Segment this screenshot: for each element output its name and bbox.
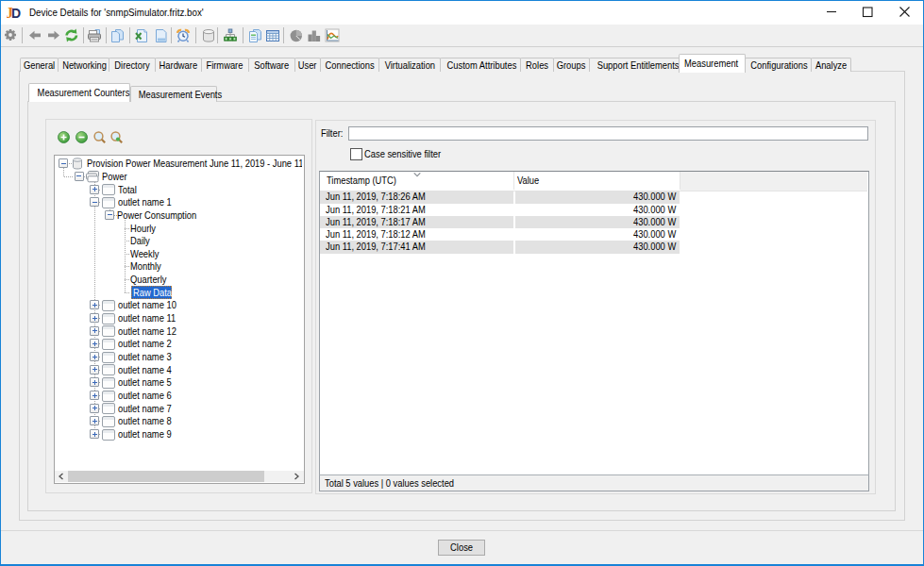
svg-text:D: D (11, 6, 21, 21)
